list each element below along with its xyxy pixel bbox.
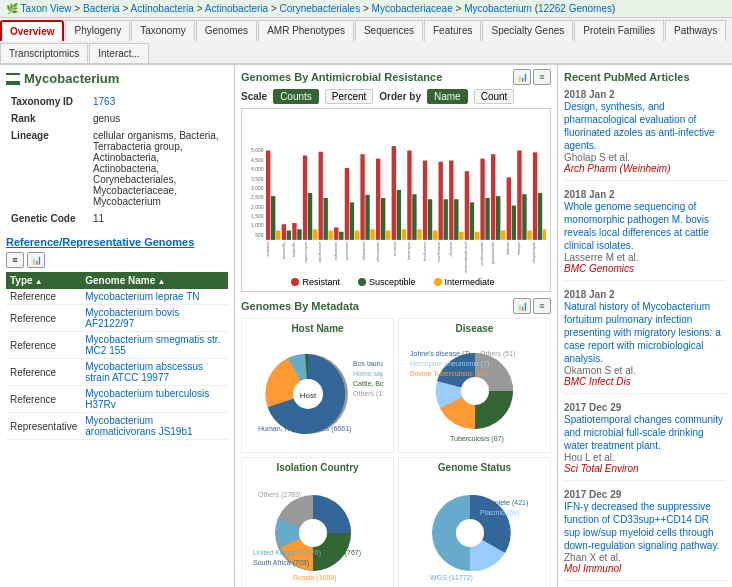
- chart-view-btn[interactable]: 📊: [27, 252, 45, 268]
- genetic-code-value: 11: [90, 211, 226, 226]
- tab-amr[interactable]: AMR Phenotypes: [258, 20, 354, 41]
- svg-text:capreomycin: capreomycin: [304, 242, 308, 263]
- article1-date: 2018 Jan 2: [564, 89, 726, 100]
- breadcrumb-actinobacteria1[interactable]: Actinobacteria: [131, 3, 194, 14]
- svg-rect-40: [370, 229, 374, 240]
- table-row[interactable]: ReferenceMycobacterium leprae TN: [6, 289, 228, 305]
- svg-text:rifabutin: rifabutin: [506, 242, 510, 255]
- percent-btn[interactable]: Percent: [325, 89, 373, 104]
- legend-susceptible-label: Susceptible: [369, 277, 416, 287]
- svg-rect-32: [329, 231, 333, 240]
- counts-btn[interactable]: Counts: [273, 89, 319, 104]
- genome-name[interactable]: Mycobacterium aromaticivorans JS19b1: [81, 413, 228, 440]
- article4-journal: Sci Total Environ: [564, 463, 726, 474]
- svg-rect-42: [381, 198, 385, 240]
- article4-title[interactable]: Spatiotemporal changes community and mic…: [564, 413, 726, 452]
- table-row[interactable]: ReferenceMycobacterium bovis AF2122/97: [6, 305, 228, 332]
- breadcrumb-myco[interactable]: Mycobacterium: [464, 3, 532, 14]
- breadcrumb-count: 12262 Genomes: [538, 3, 612, 14]
- genome-name[interactable]: Mycobacterium tuberculosis H37Rv: [81, 386, 228, 413]
- metadata-chart-icon[interactable]: 📊: [513, 298, 531, 314]
- bars-icon: [6, 73, 20, 85]
- svg-rect-41: [376, 159, 380, 240]
- svg-rect-47: [407, 151, 411, 240]
- genome-name[interactable]: Mycobacterium abscessus strain ATCC 1997…: [81, 359, 228, 386]
- tab-overview[interactable]: Overview: [0, 20, 64, 41]
- amr-chart-svg: 5,000 4,500 4,000 3,500 3,000 2,500 2,00…: [246, 113, 546, 273]
- svg-text:para-aminosalicylic acid: para-aminosalicylic acid: [464, 242, 468, 273]
- genome-name[interactable]: Mycobacterium smegmatis str. MC2 155: [81, 332, 228, 359]
- amr-bar-icon[interactable]: 📊: [513, 69, 531, 85]
- tab-phylogeny[interactable]: Phylogeny: [65, 20, 130, 41]
- lineage-value: cellular organisms, Bacteria, Terrabacte…: [90, 128, 226, 209]
- disease-chart: Disease Johne's disease (7) Hemoptoe pne…: [398, 318, 551, 453]
- svg-text:moxifloxacin: moxifloxacin: [437, 242, 441, 263]
- article1-title[interactable]: Design, synthesis, and pharmacological e…: [564, 100, 726, 152]
- svg-text:United Kingdom (576): United Kingdom (576): [253, 549, 321, 557]
- isolation-country-chart: Isolation Country Others (2783) United K…: [241, 457, 394, 587]
- host-name-svg: Host Bos taurus (230) Homo sapiens (230)…: [253, 336, 383, 446]
- genome-table: Type Genome Name ReferenceMycobacterium …: [6, 272, 228, 440]
- count-btn[interactable]: Count: [474, 89, 515, 104]
- col-genome-name[interactable]: Genome Name: [81, 272, 228, 289]
- svg-text:amikacin: amikacin: [266, 242, 270, 257]
- tab-features[interactable]: Features: [424, 20, 481, 41]
- amr-title: Genomes By Antimicrobial Resistance: [241, 71, 442, 83]
- svg-text:2,500: 2,500: [251, 194, 264, 200]
- article5-date: 2017 Dec 29: [564, 489, 726, 500]
- breadcrumb-taxon[interactable]: Taxon View: [21, 3, 72, 14]
- svg-text:WGS (11772): WGS (11772): [430, 574, 473, 582]
- svg-rect-36: [350, 202, 354, 240]
- table-row[interactable]: ReferenceMycobacterium tuberculosis H37R…: [6, 386, 228, 413]
- tab-sequences[interactable]: Sequences: [355, 20, 423, 41]
- svg-text:Cattle, Bos sp. (24): Cattle, Bos sp. (24): [353, 380, 383, 388]
- pubmed-article-1: 2018 Jan 2 Design, synthesis, and pharma…: [564, 89, 726, 181]
- svg-rect-52: [433, 231, 437, 240]
- table-view-btn[interactable]: ≡: [6, 252, 24, 268]
- breadcrumb-actinobacteria2[interactable]: Actinobacteria: [205, 3, 268, 14]
- table-row[interactable]: RepresentativeMycobacterium aromaticivor…: [6, 413, 228, 440]
- metadata-table-icon[interactable]: ≡: [533, 298, 551, 314]
- table-row[interactable]: ReferenceMycobacterium smegmatis str. MC…: [6, 332, 228, 359]
- svg-rect-46: [402, 229, 406, 240]
- tab-genomes[interactable]: Genomes: [196, 20, 257, 41]
- article3-author: Okamon S et al.: [564, 365, 726, 376]
- breadcrumb-mycobact[interactable]: Mycobacteriaceae: [372, 3, 453, 14]
- article2-title[interactable]: Whole genome sequencing of monomorphic p…: [564, 200, 726, 252]
- breadcrumb-bacteria[interactable]: Bacteria: [83, 3, 120, 14]
- genome-status-chart: Genome Status Complete (421) Plasmid (69…: [398, 457, 551, 587]
- col-type[interactable]: Type: [6, 272, 81, 289]
- svg-rect-59: [470, 202, 474, 240]
- tab-interact[interactable]: Interact...: [89, 43, 149, 63]
- svg-text:Human, Homo sapiens (6661): Human, Homo sapiens (6661): [258, 425, 351, 433]
- name-btn[interactable]: Name: [427, 89, 468, 104]
- svg-text:amoxicillin: amoxicillin: [282, 242, 286, 259]
- tab-pathways[interactable]: Pathways: [665, 20, 726, 41]
- metadata-section-title: Genomes By Metadata 📊 ≡: [241, 298, 551, 314]
- genome-name[interactable]: Mycobacterium leprae TN: [81, 289, 228, 305]
- article3-title[interactable]: Natural history of Mycobacterium fortuit…: [564, 300, 726, 365]
- table-row[interactable]: ReferenceMycobacterium abscessus strain …: [6, 359, 228, 386]
- resistant-dot: [291, 278, 299, 286]
- breadcrumb-coryne[interactable]: Corynebacteriales: [280, 3, 361, 14]
- svg-text:4,000: 4,000: [251, 166, 264, 172]
- svg-rect-43: [386, 231, 390, 240]
- genome-name[interactable]: Mycobacterium bovis AF2122/97: [81, 305, 228, 332]
- organism-name: Mycobacterium: [24, 71, 119, 86]
- tab-protein[interactable]: Protein Families: [574, 20, 664, 41]
- svg-rect-34: [339, 232, 343, 240]
- tab-transcriptomics[interactable]: Transcriptomics: [0, 43, 88, 63]
- svg-text:ofloxacin: ofloxacin: [449, 242, 453, 257]
- host-name-chart: Host Name Host Bos taurus (230) Homo sap…: [241, 318, 394, 453]
- info-table: Taxonomy ID 1763 Rank genus Lineage cell…: [6, 92, 228, 228]
- amr-table-icon[interactable]: ≡: [533, 69, 551, 85]
- pubmed-article-3: 2018 Jan 2 Natural history of Mycobacter…: [564, 289, 726, 394]
- tab-specialty[interactable]: Specialty Genes: [482, 20, 573, 41]
- svg-rect-54: [444, 199, 448, 240]
- svg-rect-22: [276, 231, 280, 240]
- tab-taxonomy[interactable]: Taxonomy: [131, 20, 195, 41]
- host-name-title: Host Name: [246, 323, 389, 334]
- svg-rect-27: [303, 156, 307, 240]
- ref-genomes-link[interactable]: Reference/Representative Genomes: [6, 236, 228, 248]
- article5-title[interactable]: IFN-γ decreased the suppressive function…: [564, 500, 726, 552]
